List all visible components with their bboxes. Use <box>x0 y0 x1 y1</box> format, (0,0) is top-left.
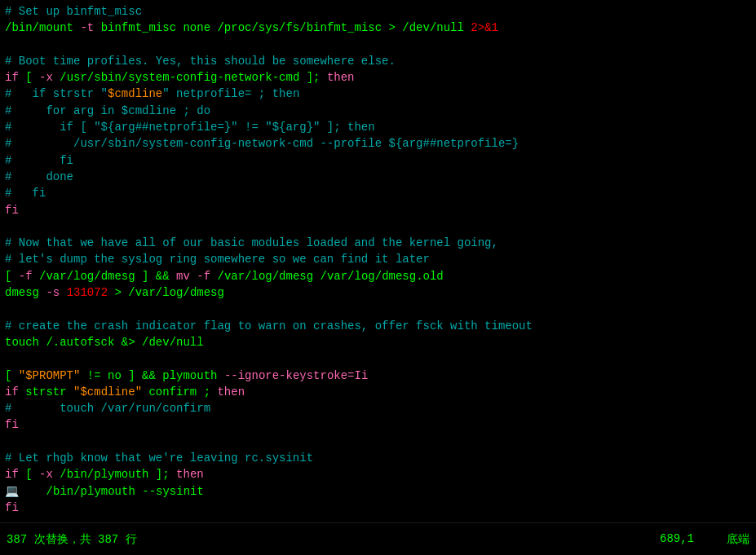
line-fi2: fi <box>5 416 751 433</box>
statusbar-message: 387 次替换，共 387 行 <box>7 532 660 547</box>
line-comment-modules: # Now that we have all of our basic modu… <box>5 235 751 251</box>
line-if-plymouth: if [ -x /bin/plymouth ]; then <box>5 466 751 482</box>
line-comment-fi2: # fi <box>5 185 751 201</box>
statusbar-position: 689,1 <box>660 532 694 547</box>
line-if-system: if [ -x /usr/sbin/system-config-network-… <box>5 69 751 86</box>
line-comment-setup: # Set up binfmt_misc <box>5 3 751 20</box>
line-dmesg: dmesg -s 131072 > /var/log/dmesg <box>5 284 751 301</box>
line-blank-1 <box>5 37 751 53</box>
line-touch: touch /.autofsck &> /dev/null <box>5 334 751 350</box>
line-fi1: fi <box>5 202 751 218</box>
line-comment-if-arg: # if [ "${arg##netprofile=}" != "${arg}"… <box>5 119 751 135</box>
line-comment-done: # done <box>5 169 751 185</box>
line-comment-rhgb: # Let rhgb know that we're leaving rc.sy… <box>5 450 751 466</box>
line-comment-for: # for arg in $cmdline ; do <box>5 103 751 119</box>
line-mount: /bin/mount -t binfmt_misc none /proc/sys… <box>5 20 751 36</box>
line-blank-4 <box>5 350 751 367</box>
line-blank-2 <box>5 218 751 235</box>
editor: # Set up binfmt_misc /bin/mount -t binfm… <box>0 0 756 522</box>
line-comment-boot: # Boot time profiles. Yes, this should b… <box>5 53 751 69</box>
line-mv: [ -f /var/log/dmesg ] && mv -f /var/log/… <box>5 268 751 284</box>
statusbar-right: 689,1 底端 <box>660 532 749 547</box>
line-comment-touch: # touch /var/run/confirm <box>5 400 751 416</box>
line-glyph-plymouth: 💻 /bin/plymouth --sysinit <box>5 483 751 500</box>
line-plymouth: [ "$PROMPT" != no ] && plymouth --ignore… <box>5 368 751 384</box>
line-comment-crash: # create the crash indicator flag to war… <box>5 318 751 334</box>
statusbar: 387 次替换，共 387 行 689,1 底端 <box>0 522 756 555</box>
statusbar-scroll: 底端 <box>727 532 749 547</box>
line-comment-syslog: # let's dump the syslog ring somewhere s… <box>5 251 751 267</box>
line-blank-3 <box>5 301 751 317</box>
line-blank-5 <box>5 434 751 450</box>
line-comment-usr-sbin: # /usr/sbin/system-config-network-cmd --… <box>5 135 751 152</box>
line-comment-fi1: # fi <box>5 152 751 169</box>
line-fi3: fi <box>5 500 751 516</box>
line-comment-strstr: # if strstr "$cmdline" netprofile= ; the… <box>5 86 751 102</box>
line-if-strstr: if strstr "$cmdline" confirm ; then <box>5 384 751 400</box>
